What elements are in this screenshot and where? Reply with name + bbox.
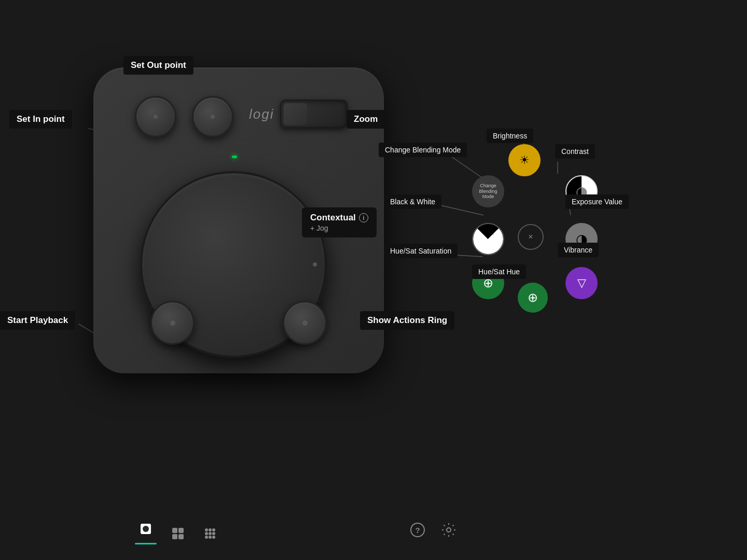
center-icon[interactable]: × — [518, 224, 544, 250]
brightness-symbol: ☀ — [519, 153, 530, 167]
svg-point-21 — [209, 528, 212, 531]
exposure-action-label: Exposure Value — [565, 194, 629, 209]
hue-hue-action-label: Hue/Sat Hue — [472, 264, 526, 279]
svg-text:?: ? — [415, 526, 420, 535]
center-symbol: × — [528, 232, 533, 242]
nav-right-icons: ? — [410, 522, 457, 541]
hue-hue-icon[interactable]: ⊕ — [518, 283, 548, 313]
show-actions-ring-label: Show Actions Ring — [360, 311, 454, 330]
svg-point-26 — [205, 536, 208, 539]
info-icon: i — [359, 213, 368, 222]
nav-active-indicator — [135, 543, 157, 544]
nav-apps-view[interactable] — [199, 523, 221, 544]
bottom-navigation: ? — [0, 518, 747, 544]
nav-icon-group — [135, 518, 221, 544]
grid-view-icon — [167, 523, 189, 544]
zoom-slider-handle — [284, 103, 307, 125]
set-in-point-label: Set In point — [9, 110, 72, 129]
help-icon[interactable]: ? — [410, 522, 425, 541]
svg-point-25 — [212, 532, 215, 535]
vibrance-action-label: Vibrance — [558, 243, 599, 257]
vibrance-symbol: ▽ — [577, 276, 586, 290]
svg-rect-18 — [172, 534, 177, 539]
bottom-left-button[interactable] — [150, 301, 195, 345]
blending-inner-text: ChangeBlendingMode — [479, 183, 497, 200]
hue-hue-symbol: ⊕ — [528, 290, 538, 305]
led-indicator — [232, 156, 237, 158]
actions-ring-area: ☀ ◑ ChangeBlendingMode ◑ × ⊕ ⊕ ▽ — [441, 135, 622, 321]
brightness-icon[interactable]: ☀ — [508, 144, 541, 176]
svg-point-24 — [209, 532, 212, 535]
nav-grid-view[interactable] — [167, 523, 189, 544]
hue-sat-action-label: Hue/Sat Saturation — [384, 244, 458, 258]
svg-point-22 — [212, 528, 215, 531]
svg-rect-17 — [178, 528, 184, 533]
nav-single-view[interactable] — [135, 518, 157, 544]
svg-point-20 — [205, 528, 208, 531]
settings-icon[interactable] — [441, 522, 457, 541]
contrast-action-label: Contrast — [555, 144, 595, 159]
svg-point-15 — [143, 526, 149, 532]
svg-point-23 — [205, 532, 208, 535]
svg-rect-16 — [172, 528, 177, 533]
bw-inner — [472, 223, 504, 255]
set-out-point-label: Set Out point — [123, 56, 193, 75]
blending-action-label: Change Blending Mode — [379, 143, 467, 157]
zoom-slider[interactable] — [280, 100, 348, 128]
contextual-title: Contextual i — [310, 213, 368, 223]
svg-point-28 — [212, 536, 215, 539]
brightness-action-label: Brightness — [487, 129, 533, 143]
top-left-button[interactable] — [135, 96, 176, 137]
bw-action-label: Black & White — [384, 194, 441, 209]
brand-logo: logi — [249, 106, 274, 122]
bw-icon[interactable] — [472, 223, 504, 255]
zoom-label: Zoom — [347, 110, 385, 129]
svg-point-31 — [447, 528, 451, 532]
bottom-right-button[interactable] — [283, 301, 327, 345]
blending-mode-icon[interactable]: ChangeBlendingMode — [472, 175, 504, 207]
svg-point-27 — [209, 536, 212, 539]
apps-view-icon — [199, 523, 221, 544]
top-right-button[interactable] — [192, 96, 233, 137]
jog-subtitle: + Jog — [310, 224, 368, 232]
vibrance-icon[interactable]: ▽ — [565, 267, 598, 299]
svg-rect-19 — [178, 534, 184, 539]
contextual-label: Contextual i + Jog — [302, 207, 377, 237]
start-playback-label: Start Playback — [0, 311, 75, 330]
single-view-icon — [135, 518, 157, 540]
